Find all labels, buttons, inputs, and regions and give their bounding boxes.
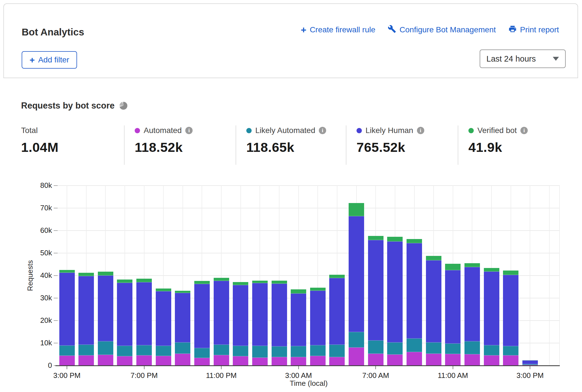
bar-segment-likely-automated bbox=[522, 364, 538, 365]
bar-segment-verified-bot bbox=[407, 239, 422, 243]
info-icon[interactable]: i bbox=[417, 127, 424, 134]
bar-segment-likely-human bbox=[426, 260, 441, 342]
bar-segment-verified-bot bbox=[117, 280, 132, 283]
stacked-bar-200am[interactable] bbox=[272, 281, 287, 366]
stacked-bar-1000pm[interactable] bbox=[194, 281, 210, 366]
info-icon[interactable]: i bbox=[185, 127, 193, 134]
stacked-bar-400pm[interactable] bbox=[78, 273, 94, 366]
stacked-bar-800am[interactable] bbox=[387, 237, 403, 366]
x-axis-tick-label: 11:00 PM bbox=[196, 371, 247, 380]
configure-bot-management-link[interactable]: Configure Bot Management bbox=[388, 25, 496, 35]
create-firewall-rule-label: Create firewall rule bbox=[310, 25, 375, 34]
y-axis-tick bbox=[54, 343, 58, 343]
bar-segment-likely-human bbox=[349, 216, 364, 332]
bar-segment-automated bbox=[484, 355, 499, 366]
stat-total: Total 1.04M bbox=[21, 125, 124, 165]
stacked-bar-600am[interactable] bbox=[349, 203, 364, 366]
y-axis-tick bbox=[54, 253, 58, 253]
bar-segment-likely-human bbox=[407, 243, 422, 339]
stacked-bar-300am[interactable] bbox=[291, 289, 306, 366]
x-axis-tick bbox=[375, 366, 376, 369]
print-report-label: Print report bbox=[520, 25, 559, 34]
stacked-bar-600pm[interactable] bbox=[117, 280, 132, 366]
bar-segment-likely-automated bbox=[78, 345, 94, 355]
bar-segment-automated bbox=[426, 354, 441, 366]
stacked-bar-200pm[interactable] bbox=[503, 271, 518, 366]
x-axis-tick-label: 7:00 PM bbox=[119, 371, 170, 380]
bar-segment-likely-automated bbox=[291, 346, 306, 357]
stacked-bar-700am[interactable] bbox=[368, 236, 384, 366]
bar-segment-verified-bot bbox=[503, 271, 518, 275]
info-icon[interactable]: i bbox=[319, 127, 326, 134]
bar-segment-automated bbox=[59, 356, 75, 366]
stacked-bar-1200am[interactable] bbox=[233, 282, 248, 366]
stacked-bar-1100am[interactable] bbox=[445, 264, 461, 366]
bar-segment-verified-bot bbox=[426, 256, 441, 261]
stacked-bar-1200pm[interactable] bbox=[464, 263, 480, 366]
print-report-link[interactable]: Print report bbox=[508, 25, 559, 35]
stat-likely-automated-value: 118.65k bbox=[246, 139, 346, 155]
bar-segment-automated bbox=[117, 356, 132, 366]
x-axis-tick bbox=[298, 366, 299, 369]
stat-automated: Automated i 118.52k bbox=[124, 125, 236, 165]
wrench-icon bbox=[388, 25, 396, 35]
stacked-bar-400am[interactable] bbox=[310, 288, 326, 366]
bar-segment-likely-human bbox=[98, 276, 113, 341]
create-firewall-rule-link[interactable]: + Create firewall rule bbox=[301, 25, 375, 34]
y-axis-tick-label: 60k bbox=[27, 226, 52, 235]
stacked-bar-700pm[interactable] bbox=[136, 279, 152, 366]
bar-segment-verified-bot bbox=[136, 279, 152, 282]
bar-segment-automated bbox=[78, 355, 94, 366]
bar-segment-verified-bot bbox=[194, 281, 210, 284]
bar-segment-automated bbox=[98, 355, 113, 366]
stacked-bar-300pm[interactable] bbox=[59, 270, 75, 366]
y-axis-tick-label: 0 bbox=[27, 361, 52, 370]
verified-bot-legend-dot bbox=[468, 128, 474, 133]
add-filter-button[interactable]: + Add filter bbox=[22, 51, 77, 69]
y-axis-tick-label: 70k bbox=[27, 204, 52, 212]
plot-right-edge bbox=[559, 186, 560, 366]
plus-icon: + bbox=[301, 26, 306, 34]
bar-segment-likely-automated bbox=[407, 339, 422, 352]
bar-segment-verified-bot bbox=[291, 289, 306, 294]
bar-segment-automated bbox=[329, 357, 345, 366]
y-axis-tick bbox=[54, 185, 58, 186]
bar-segment-likely-human bbox=[484, 272, 499, 345]
stacked-bar-900pm[interactable] bbox=[175, 291, 190, 366]
bar-segment-likely-human bbox=[59, 273, 75, 345]
stacked-bar-500am[interactable] bbox=[329, 275, 345, 366]
bar-segment-automated bbox=[214, 355, 229, 366]
stacked-bar-900am[interactable] bbox=[407, 239, 422, 366]
printer-icon bbox=[508, 25, 517, 35]
stacked-bar-1000am[interactable] bbox=[426, 256, 441, 366]
stacked-bar-100am[interactable] bbox=[252, 281, 268, 366]
stacked-bar-500pm[interactable] bbox=[98, 272, 113, 366]
bar-segment-likely-human bbox=[252, 283, 268, 346]
bar-segment-likely-human bbox=[329, 278, 345, 345]
header-actions: + Create firewall rule Configure Bot Man… bbox=[301, 24, 559, 36]
bar-segment-likely-human bbox=[233, 285, 248, 346]
stacked-bar-100pm[interactable] bbox=[484, 268, 499, 366]
bar-segment-likely-automated bbox=[117, 346, 132, 356]
bar-segment-automated bbox=[272, 357, 287, 366]
info-icon[interactable]: i bbox=[520, 127, 528, 134]
stacked-bar-300pm[interactable] bbox=[522, 360, 538, 366]
bar-segment-likely-human bbox=[503, 275, 518, 346]
header-card: Bot Analytics + Create firewall rule Con… bbox=[3, 3, 578, 78]
stat-likely-human: Likely Human i 765.52k bbox=[346, 125, 458, 165]
bar-segment-verified-bot bbox=[156, 289, 171, 291]
bar-segment-automated bbox=[233, 356, 248, 366]
stacked-bar-1100pm[interactable] bbox=[214, 278, 229, 366]
stacked-bar-800pm[interactable] bbox=[156, 289, 171, 366]
bar-segment-likely-human bbox=[175, 293, 190, 343]
x-axis-tick-label: 3:00 PM bbox=[505, 371, 555, 380]
y-axis-tick-label: 50k bbox=[27, 249, 52, 257]
likely-automated-legend-dot bbox=[246, 128, 252, 133]
y-axis-tick-label: 10k bbox=[27, 339, 52, 347]
bar-segment-automated bbox=[368, 354, 384, 366]
time-range-select[interactable]: Last 24 hours bbox=[480, 49, 566, 68]
bar-segment-likely-automated bbox=[59, 346, 75, 356]
bar-segment-verified-bot bbox=[484, 268, 499, 272]
y-axis-tick bbox=[54, 208, 58, 208]
bar-segment-verified-bot bbox=[445, 264, 461, 270]
